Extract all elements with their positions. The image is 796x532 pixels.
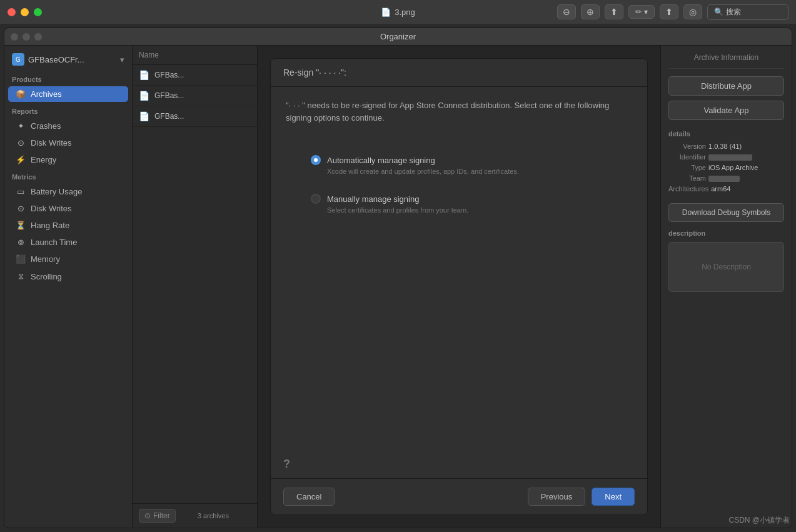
metrics-disk-icon: ⊙ xyxy=(16,204,26,213)
upload-button[interactable]: ⬆ xyxy=(660,4,678,19)
search-box[interactable]: 🔍 搜索 xyxy=(707,4,788,20)
name-column-header: Name xyxy=(139,51,159,59)
organizer-title: Organizer xyxy=(380,32,416,41)
next-button[interactable]: Next xyxy=(592,488,635,506)
validate-app-button[interactable]: Validate App xyxy=(668,101,784,120)
archive-item-name-3: GFBas... xyxy=(154,112,184,121)
manual-signing-radio[interactable] xyxy=(311,194,321,204)
description-section: description No Description xyxy=(668,229,784,292)
sidebar-item-scrolling[interactable]: ⧖ Scrolling xyxy=(8,268,128,284)
zoom-out-button[interactable]: ⊖ xyxy=(557,4,576,19)
org-close-button[interactable] xyxy=(11,33,18,41)
memory-icon: ⬛ xyxy=(16,254,26,264)
mac-traffic-lights xyxy=(8,8,42,16)
window-title: 📄 3.png xyxy=(381,8,415,17)
manual-signing-row: Manually manage signing xyxy=(311,194,607,204)
launch-time-icon: ⊚ xyxy=(16,238,26,247)
signing-options: Automatically manage signing Xcode will … xyxy=(286,143,632,226)
share-icon: ⬆ xyxy=(610,7,618,17)
archive-item-name-2: GFBas... xyxy=(154,91,184,100)
search-placeholder: 搜索 xyxy=(726,7,741,18)
launch-time-label: Launch Time xyxy=(31,238,77,247)
details-section: details Version 1.0.38 (41) Identifier T… xyxy=(668,130,784,196)
zoom-in-button[interactable]: ⊕ xyxy=(581,4,600,19)
dialog-body: "· · · " needs to be re-signed for App S… xyxy=(271,87,647,450)
description-label: description xyxy=(668,229,784,237)
mac-titlebar: 📄 3.png ⊖ ⊕ ⬆ ✏ ▾ ⬆ ◎ 🔍 搜索 xyxy=(0,0,796,24)
distribute-app-button[interactable]: Distribute App xyxy=(668,76,784,96)
archive-item-3[interactable]: 📄 GFBas... xyxy=(133,106,257,127)
share-button[interactable]: ⬆ xyxy=(605,4,623,19)
watermark: CSDN @小镇学者 xyxy=(728,515,790,526)
right-panel-title: Archive Information xyxy=(668,53,784,69)
dialog-footer-right: Previous Next xyxy=(528,488,635,506)
sidebar-item-archives[interactable]: 📦 Archives xyxy=(8,86,128,102)
app-selector[interactable]: G GFBaseOCFr... ▾ xyxy=(4,51,132,71)
identifier-row: Identifier xyxy=(668,153,784,161)
file-icon: 📄 xyxy=(381,8,391,17)
sidebar-item-memory[interactable]: ⬛ Memory xyxy=(8,251,128,267)
app-name: GFBaseOCFr... xyxy=(28,55,84,64)
reports-label: Reports xyxy=(4,103,132,118)
archive-list: Name 📄 GFBas... 📄 GFBas... 📄 GFBas... ⊙ xyxy=(133,46,258,528)
minimize-button[interactable] xyxy=(21,8,29,16)
type-row: Type iOS App Archive xyxy=(668,164,784,171)
filter-icon: ⊙ xyxy=(144,511,151,520)
sidebar-item-crashes[interactable]: ✦ Crashes xyxy=(8,118,128,134)
auto-signing-option: Automatically manage signing Xcode will … xyxy=(311,155,607,175)
sidebar-item-launch-time[interactable]: ⊚ Launch Time xyxy=(8,234,128,250)
archive-item-1[interactable]: 📄 GFBas... xyxy=(133,65,257,86)
organizer-body: G GFBaseOCFr... ▾ Products 📦 Archives Re… xyxy=(4,46,792,528)
disk-icon: ⊙ xyxy=(16,138,26,148)
zoom-in-icon: ⊕ xyxy=(587,7,594,17)
app-icon: G xyxy=(12,53,24,66)
sidebar-item-disk-writes[interactable]: ⊙ Disk Writes xyxy=(8,135,128,151)
download-debug-button[interactable]: Download Debug Symbols xyxy=(668,203,784,222)
crashes-label: Crashes xyxy=(31,121,61,131)
manual-signing-option: Manually manage signing Select certifica… xyxy=(311,194,607,214)
arch-key: Architectures xyxy=(668,185,708,193)
auto-signing-desc: Xcode will create and update profiles, a… xyxy=(327,168,607,175)
sidebar-item-energy[interactable]: ⚡ Energy xyxy=(8,152,128,168)
sidebar-item-battery[interactable]: ▭ Battery Usage xyxy=(8,184,128,199)
close-button[interactable] xyxy=(8,8,16,16)
archive-file-icon-2: 📄 xyxy=(139,91,149,101)
archive-file-icon-1: 📄 xyxy=(139,70,149,80)
pen-button[interactable]: ✏ ▾ xyxy=(628,5,655,19)
manual-signing-label: Manually manage signing xyxy=(327,194,419,204)
account-button[interactable]: ◎ xyxy=(683,4,702,19)
person-icon: ◎ xyxy=(689,7,697,17)
memory-label: Memory xyxy=(31,254,60,264)
archive-item-2[interactable]: 📄 GFBas... xyxy=(133,86,257,106)
team-key: Team xyxy=(668,174,706,182)
archive-file-icon-3: 📄 xyxy=(139,111,149,121)
sidebar-item-hang-rate[interactable]: ⏳ Hang Rate xyxy=(8,218,128,233)
archive-item-name-1: GFBas... xyxy=(154,71,184,79)
org-traffic-lights xyxy=(11,33,42,41)
previous-button[interactable]: Previous xyxy=(528,488,586,506)
sidebar-item-metrics-disk[interactable]: ⊙ Disk Writes xyxy=(8,201,128,216)
organizer-window: Organizer G GFBaseOCFr... ▾ Products 📦 A… xyxy=(4,28,792,528)
auto-signing-radio[interactable] xyxy=(311,155,321,165)
right-panel: Archive Information Distribute App Valid… xyxy=(660,46,792,528)
team-row: Team xyxy=(668,174,784,182)
org-minimize-button[interactable] xyxy=(23,33,30,41)
description-box: No Description xyxy=(668,242,784,292)
scrolling-icon: ⧖ xyxy=(16,271,26,281)
upload-icon: ⬆ xyxy=(665,7,673,17)
organizer-titlebar: Organizer xyxy=(4,28,792,46)
dialog-panel: Re-sign "· · · · ·": "· · · " needs to b… xyxy=(270,58,648,515)
version-val: 1.0.38 (41) xyxy=(708,143,784,150)
arch-row: Architectures arm64 xyxy=(668,185,784,193)
no-description-text: No Description xyxy=(702,263,751,271)
zoom-out-icon: ⊖ xyxy=(563,7,570,17)
org-fullscreen-button[interactable] xyxy=(34,33,42,41)
filter-input[interactable]: ⊙ Filter xyxy=(139,509,176,523)
scrolling-label: Scrolling xyxy=(31,272,62,281)
fullscreen-button[interactable] xyxy=(34,8,42,16)
cancel-button[interactable]: Cancel xyxy=(283,488,335,506)
help-button[interactable]: ? xyxy=(271,450,647,478)
dialog-header: Re-sign "· · · · ·": xyxy=(271,59,647,87)
battery-label: Battery Usage xyxy=(31,187,82,196)
identifier-val xyxy=(708,153,784,161)
